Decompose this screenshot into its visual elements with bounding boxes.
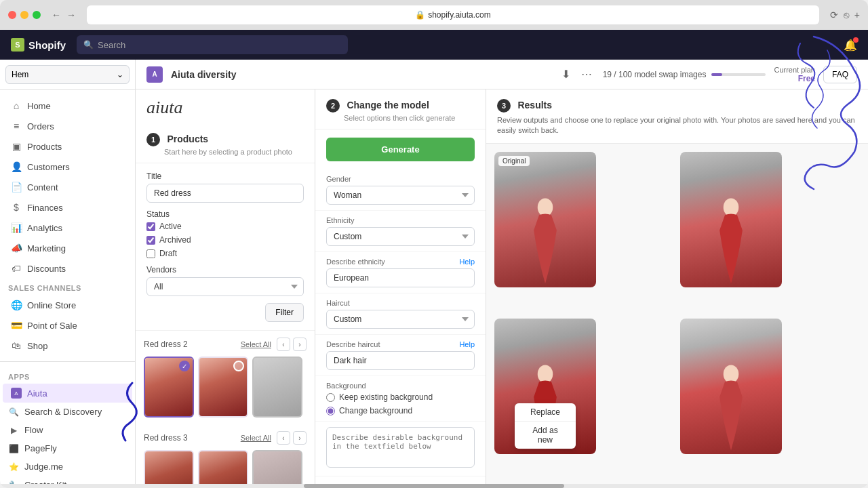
- add-tab-button[interactable]: +: [854, 9, 860, 20]
- sidebar-item-aiuta[interactable]: A Aiuta: [3, 384, 132, 403]
- result-card-4[interactable]: [680, 319, 782, 454]
- result-card-3[interactable]: Replace Add as new: [494, 319, 596, 454]
- sidebar-label-marketing: Marketing: [27, 243, 66, 253]
- ethnicity-select[interactable]: Custom: [326, 227, 475, 246]
- reload-button[interactable]: ⟳: [830, 9, 838, 20]
- sidebar-item-online-store[interactable]: 🌐 Online Store: [3, 295, 132, 315]
- product-thumb-2-1[interactable]: [144, 450, 194, 488]
- notification-button[interactable]: 🔔: [844, 39, 857, 52]
- next-arrow-2[interactable]: ›: [293, 431, 307, 445]
- product-thumb-1-3[interactable]: [252, 357, 302, 418]
- close-button[interactable]: [8, 11, 16, 19]
- sidebar-item-finances[interactable]: $ Finances: [3, 197, 132, 218]
- checkbox-active[interactable]: Active: [146, 222, 304, 231]
- describe-ethnicity-input[interactable]: [326, 268, 475, 287]
- checkbox-archived[interactable]: Archived: [146, 235, 304, 245]
- orders-icon: ≡: [11, 121, 22, 131]
- share-button[interactable]: ⎋: [844, 9, 849, 20]
- add-as-new-button[interactable]: Add as new: [515, 422, 576, 449]
- checkbox-archived-input[interactable]: [146, 236, 155, 245]
- next-arrow-1[interactable]: ›: [293, 338, 307, 351]
- product-thumb-1-1[interactable]: ✓: [144, 357, 194, 418]
- shop-icon: 🛍: [11, 340, 22, 351]
- sidebar-item-marketing[interactable]: 📣 Marketing: [3, 238, 132, 258]
- customers-icon: 👤: [11, 161, 22, 172]
- title-input[interactable]: [146, 184, 304, 203]
- haircut-select[interactable]: Custom: [326, 310, 475, 329]
- status-label: Status: [146, 209, 304, 219]
- replace-button[interactable]: Replace: [515, 403, 576, 422]
- prev-arrow-1[interactable]: ‹: [277, 338, 290, 351]
- select-all-1[interactable]: Select All: [241, 340, 271, 348]
- panel1-title: Products: [167, 134, 208, 144]
- minimize-button[interactable]: [20, 11, 28, 19]
- product-thumb-1-2[interactable]: [198, 357, 248, 418]
- bg-keep-radio[interactable]: [326, 393, 335, 402]
- download-button[interactable]: ⬇: [559, 65, 573, 83]
- more-options-button[interactable]: ⋯: [578, 65, 595, 83]
- bg-keep-option[interactable]: Keep existing background: [326, 392, 475, 402]
- shopify-logo: S shopify: [11, 38, 66, 52]
- ethnicity-help-link[interactable]: Help: [459, 258, 475, 266]
- search-bar[interactable]: 🔍 Search: [77, 35, 348, 54]
- bottom-scrollbar-track[interactable]: [0, 484, 868, 488]
- checkbox-draft-input[interactable]: [146, 249, 155, 258]
- shopify-logo-icon: S: [11, 38, 24, 52]
- dress-silhouette-2: [701, 196, 762, 287]
- select-all-2[interactable]: Select All: [241, 434, 271, 442]
- checkbox-archived-label: Archived: [159, 235, 191, 245]
- gender-select[interactable]: Woman Man: [326, 186, 475, 205]
- gender-row: Gender Woman Man: [315, 169, 486, 211]
- product-thumb-2-3[interactable]: [252, 450, 302, 488]
- sidebar-item-orders[interactable]: ≡ Orders: [3, 116, 132, 136]
- gender-label: Gender: [326, 175, 475, 183]
- store-name: Hem: [12, 70, 28, 79]
- faq-button[interactable]: FAQ: [823, 66, 857, 83]
- sidebar-item-judgeme[interactable]: ⭐ Judge.me: [0, 458, 135, 476]
- sidebar-item-products[interactable]: ▣ Products: [3, 136, 132, 157]
- sidebar-item-search-discovery[interactable]: 🔍 Search & Discovery: [0, 403, 135, 421]
- flow-icon: ▶: [8, 426, 19, 435]
- browser-titlebar: ← → 🔒 shopify.aiuta.com ⟳ ⎋ +: [0, 0, 868, 30]
- svg-point-1: [723, 198, 738, 216]
- sidebar-item-customers[interactable]: 👤 Customers: [3, 157, 132, 177]
- checkbox-draft[interactable]: Draft: [146, 249, 304, 258]
- vendors-select[interactable]: All: [146, 277, 304, 296]
- browser-actions: ⟳ ⎋ +: [830, 9, 860, 20]
- sidebar-item-pos[interactable]: 💳 Point of Sale: [3, 315, 132, 336]
- store-select-button[interactable]: Hem ⌄: [5, 65, 130, 84]
- sidebar-item-shop[interactable]: 🛍 Shop: [3, 336, 132, 356]
- describe-haircut-input[interactable]: [326, 351, 475, 370]
- product-thumb-2-2[interactable]: [198, 450, 248, 488]
- filter-button[interactable]: Filter: [265, 303, 304, 322]
- forward-button[interactable]: →: [66, 9, 76, 20]
- bottom-scrollbar-thumb[interactable]: [304, 484, 564, 488]
- sidebar-item-content[interactable]: 📄 Content: [3, 177, 132, 197]
- title-group: Title: [146, 171, 304, 203]
- maximize-button[interactable]: [33, 11, 41, 19]
- sidebar-item-analytics[interactable]: 📊 Analytics: [3, 218, 132, 238]
- back-button[interactable]: ←: [52, 9, 61, 20]
- bg-description-textarea[interactable]: [326, 427, 475, 468]
- haircut-row: Haircut Custom: [315, 293, 486, 335]
- background-radio-group: Keep existing background Change backgrou…: [326, 392, 475, 415]
- bg-change-radio[interactable]: [326, 407, 335, 415]
- check-mark-1: ✓: [179, 361, 190, 371]
- address-bar[interactable]: 🔒 shopify.aiuta.com: [87, 5, 819, 24]
- generate-button[interactable]: Generate: [326, 138, 475, 161]
- sidebar-item-home[interactable]: ⌂ Home: [3, 96, 132, 116]
- result-card-original[interactable]: Original: [494, 152, 596, 287]
- sidebar-label-content: Content: [27, 182, 58, 192]
- sidebar-item-discounts[interactable]: 🏷 Discounts: [3, 258, 132, 279]
- sidebar-item-flow[interactable]: ▶ Flow: [0, 421, 135, 439]
- prev-arrow-2[interactable]: ‹: [277, 431, 290, 445]
- bg-change-option[interactable]: Change background: [326, 406, 475, 415]
- checkbox-active-input[interactable]: [146, 222, 155, 231]
- sidebar-item-pagefly[interactable]: ⬛ PageFly: [0, 439, 135, 458]
- pagefly-icon: ⬛: [8, 444, 19, 453]
- judgeme-icon: ⭐: [8, 462, 19, 472]
- discounts-icon: 🏷: [11, 263, 22, 274]
- result-card-2[interactable]: [680, 152, 782, 287]
- shopify-header: S shopify 🔍 Search 🔔: [0, 30, 868, 60]
- haircut-help-link[interactable]: Help: [459, 340, 475, 348]
